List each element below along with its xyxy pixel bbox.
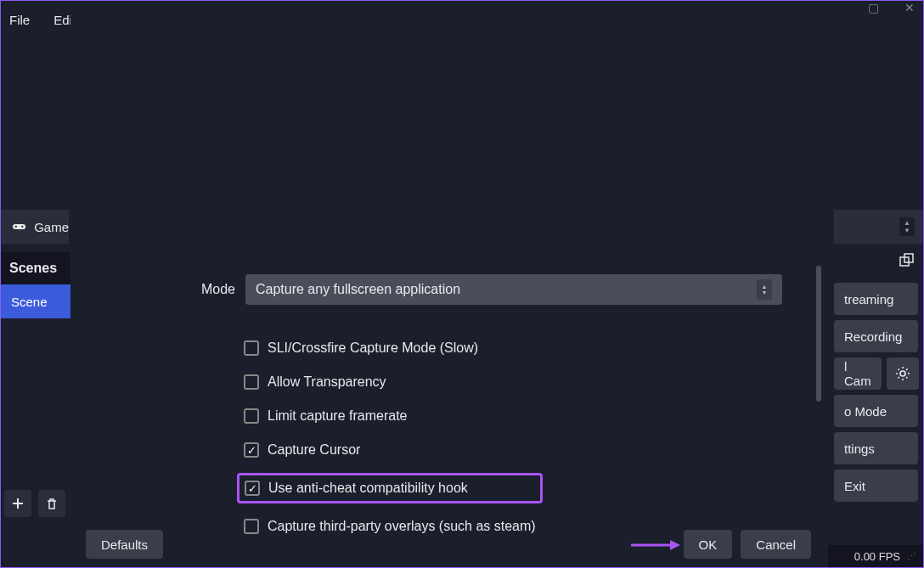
defaults-wrap: Defaults (86, 530, 163, 559)
mode-dropdown[interactable]: Capture any fullscreen application ▲▼ (245, 274, 782, 305)
svg-point-1 (15, 226, 17, 228)
preview-area (70, 1, 828, 254)
popout-icon[interactable] (899, 253, 915, 268)
mode-value: Capture any fullscreen application (256, 282, 460, 297)
checkbox-row-5[interactable]: Capture third-party overlays (such as st… (237, 515, 543, 537)
settings-button[interactable]: ttings (834, 432, 918, 464)
checkbox-label: Capture third-party overlays (such as st… (268, 519, 536, 534)
svg-rect-0 (13, 224, 25, 229)
checkbox-icon[interactable] (244, 374, 259, 390)
right-panel: ▲▼ treaming Recording l Cam o Mode tting… (834, 210, 923, 502)
studio-mode-button[interactable]: o Mode (834, 395, 918, 427)
maximize-icon[interactable]: ▢ (868, 1, 879, 14)
svg-point-2 (21, 226, 23, 228)
plus-icon (12, 498, 24, 509)
checkbox-row-0[interactable]: SLI/Crossfire Capture Mode (Slow) (237, 337, 543, 359)
scenes-header: Scenes (1, 252, 70, 284)
gamepad-icon (13, 221, 25, 233)
delete-scene-button[interactable] (38, 490, 65, 517)
source-label: Game (34, 220, 69, 234)
checkbox-label: Capture Cursor (268, 442, 360, 458)
fps-counter: 0.00 FPS (854, 550, 900, 563)
close-icon[interactable]: ✕ (904, 1, 915, 14)
start-recording-button[interactable]: Recording (834, 320, 918, 352)
menu-file[interactable]: File (9, 13, 30, 27)
virtual-cam-button[interactable]: l Cam (834, 357, 882, 390)
exit-button[interactable]: Exit (834, 470, 918, 502)
start-streaming-button[interactable]: treaming (834, 283, 918, 315)
scene-item[interactable]: Scene (1, 284, 70, 318)
ok-button[interactable]: OK (684, 530, 733, 559)
checkbox-label: Limit capture framerate (268, 408, 408, 424)
popout-row (834, 244, 923, 278)
highlight-box: Use anti-cheat compatibility hook (237, 473, 543, 503)
checkbox-row-1[interactable]: Allow Transparency (237, 371, 543, 393)
svg-point-5 (900, 371, 905, 376)
transition-row: ▲▼ (834, 210, 923, 244)
checkbox-row-3[interactable]: Capture Cursor (237, 439, 543, 461)
transition-spinner[interactable]: ▲▼ (899, 217, 915, 236)
checkbox-list: SLI/Crossfire Capture Mode (Slow)Allow T… (237, 337, 543, 537)
dialog-buttons: OK Cancel (684, 530, 811, 559)
properties-dialog: Mode Capture any fullscreen application … (70, 1, 828, 568)
arrow-right-icon (629, 537, 680, 554)
checkbox-label: SLI/Crossfire Capture Mode (Slow) (268, 340, 478, 356)
checkbox-icon[interactable] (244, 442, 259, 458)
scenes-footer (4, 490, 65, 517)
stats-bar: 0.00 FPS ⋰ (821, 545, 923, 567)
arrow-annotation (629, 537, 680, 554)
source-row[interactable]: Game (1, 210, 69, 244)
checkbox-icon[interactable] (245, 481, 260, 496)
virtual-cam-settings-button[interactable] (887, 357, 919, 390)
window-controls[interactable]: ▢ ✕ (842, 1, 915, 14)
checkbox-label: Use anti-cheat compatibility hook (268, 481, 468, 496)
checkbox-row-2[interactable]: Limit capture framerate (237, 405, 543, 427)
scrollbar[interactable] (816, 266, 821, 402)
add-scene-button[interactable] (4, 490, 31, 517)
mode-label: Mode (194, 282, 235, 297)
checkbox-label: Allow Transparency (268, 374, 386, 390)
checkbox-icon[interactable] (244, 519, 259, 534)
resize-grip-icon[interactable]: ⋰ (907, 551, 916, 562)
svg-marker-7 (670, 540, 680, 550)
cancel-button[interactable]: Cancel (741, 530, 811, 559)
defaults-button[interactable]: Defaults (86, 530, 163, 559)
dropdown-arrows-icon: ▲▼ (757, 279, 772, 300)
scenes-panel: Scenes Scene (1, 252, 70, 318)
checkbox-icon[interactable] (244, 408, 259, 424)
mode-row: Mode Capture any fullscreen application … (194, 274, 782, 305)
trash-icon (46, 498, 58, 510)
checkbox-row-4[interactable]: Use anti-cheat compatibility hook (245, 481, 498, 496)
checkbox-icon[interactable] (244, 340, 259, 356)
gear-icon (895, 366, 910, 381)
